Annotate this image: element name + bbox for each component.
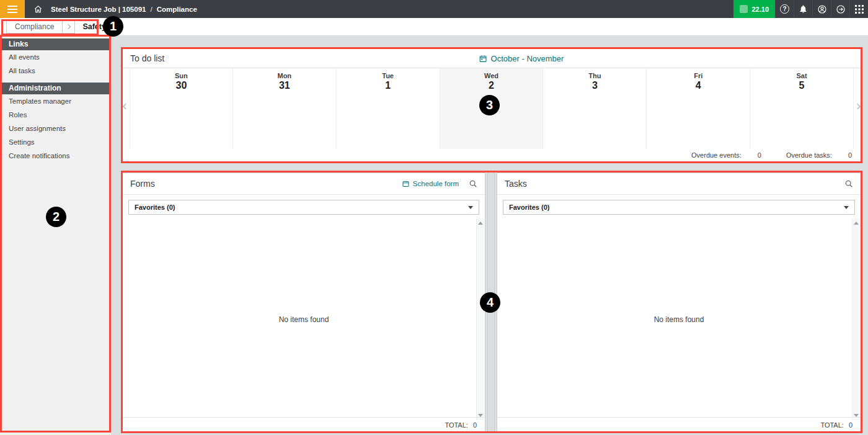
todo-calendar: Sun 30 Mon 31 Tue 1 Wed 2 Thu 3 Fri 4: [123, 68, 861, 149]
chevron-left-icon: [123, 104, 129, 110]
overdue-tasks-label: Overdue tasks:: [786, 151, 832, 159]
forms-favorites-dropdown[interactable]: Favorites (0): [128, 200, 479, 215]
account-button[interactable]: [812, 0, 831, 18]
calendar-day-cell-today[interactable]: Wed 2: [440, 68, 544, 149]
sidebar-item-create-notifications[interactable]: Create notifications: [0, 149, 111, 163]
forms-footer: TOTAL: 0: [123, 417, 485, 432]
tasks-search-button[interactable]: [844, 179, 853, 188]
tasks-list-area: No items found: [497, 218, 861, 420]
sidebar-item-user-assignments[interactable]: User assignments: [0, 122, 111, 135]
date-range-selector[interactable]: October - November: [479, 54, 564, 63]
calendar-day-cell[interactable]: Mon 31: [233, 68, 337, 149]
caret-down-icon: [468, 206, 473, 209]
topbar-actions: 22.10 ?: [733, 0, 868, 18]
tasks-scrollbar[interactable]: [852, 218, 860, 420]
overdue-events-label: Overdue events:: [691, 151, 742, 159]
scroll-up-icon[interactable]: [478, 222, 483, 225]
hamburger-icon: [7, 6, 17, 7]
calendar-icon: [479, 55, 487, 63]
top-app-bar: Steel Structure Job | 105091 / Complianc…: [0, 0, 868, 18]
sidebar-item-settings[interactable]: Settings: [0, 135, 111, 149]
sidebar-section-administration: Administration: [0, 83, 111, 94]
sidebar-item-all-events[interactable]: All events: [0, 50, 111, 64]
module-button[interactable]: Compliance: [6, 20, 63, 34]
overdue-summary: Overdue events: 0 Overdue tasks: 0: [123, 149, 861, 161]
forms-actions: Schedule form: [402, 179, 477, 188]
apps-grid-button[interactable]: [849, 0, 868, 18]
breadcrumb-separator: /: [150, 6, 152, 13]
chevron-right-icon: [855, 104, 861, 110]
tasks-panel: Tasks Favorites (0) No items found TOTAL…: [497, 173, 861, 433]
sidebar-item-all-tasks[interactable]: All tasks: [0, 64, 111, 78]
tasks-actions: [844, 179, 853, 188]
tasks-favorites-dropdown[interactable]: Favorites (0): [503, 200, 855, 215]
apps-grid-icon: [855, 5, 864, 14]
forms-title: Forms: [130, 179, 155, 189]
tasks-title: Tasks: [505, 179, 527, 189]
version-number: 22.10: [751, 6, 769, 13]
tasks-empty-message: No items found: [654, 315, 704, 324]
tasks-favorites-label: Favorites (0): [509, 204, 549, 211]
calendar-prev-button[interactable]: [123, 104, 128, 109]
notifications-button[interactable]: [794, 0, 812, 18]
forms-total-value: 0: [473, 421, 477, 429]
tasks-footer: TOTAL: 0: [497, 417, 861, 432]
caret-down-icon: [110, 25, 115, 29]
breadcrumb-project[interactable]: Steel Structure Job | 105091: [51, 6, 146, 13]
hamburger-menu-button[interactable]: [0, 0, 25, 18]
calendar-grid: Sun 30 Mon 31 Tue 1 Wed 2 Thu 3 Fri 4: [130, 68, 854, 149]
caret-down-icon: [844, 206, 849, 209]
tasks-header: Tasks: [497, 173, 861, 195]
todo-list-title: To do list: [130, 53, 164, 63]
sidebar-section-links: Links: [0, 38, 111, 50]
module-breadcrumb-bar: Compliance Safety: [0, 18, 868, 36]
schedule-form-button[interactable]: Schedule form: [402, 180, 459, 187]
calendar-day-cell[interactable]: Sat 5: [750, 68, 854, 149]
tasks-total-value: 0: [849, 421, 852, 429]
todo-list-panel: To do list October - November Sun 30 Mon…: [122, 48, 861, 162]
chevron-right-icon: [66, 24, 71, 29]
calendar-icon: [402, 180, 410, 187]
submodule-label: Safety: [82, 22, 106, 31]
module-breadcrumb-group: Compliance: [6, 20, 75, 34]
calendar-day-cell[interactable]: Tue 1: [337, 68, 440, 149]
forms-total-label: TOTAL:: [445, 421, 468, 429]
forms-search-button[interactable]: [469, 179, 477, 188]
forms-panel: Forms Schedule form Favorites (0) No ite…: [122, 173, 485, 433]
tasks-total-label: TOTAL:: [820, 421, 844, 429]
account-icon: [817, 4, 827, 14]
sidebar-item-templates-manager[interactable]: Templates manager: [0, 94, 111, 108]
bell-icon: [799, 4, 808, 14]
version-badge-mark-icon: [740, 5, 748, 13]
home-button[interactable]: [27, 0, 48, 18]
forms-list-area: No items found: [123, 218, 485, 420]
forms-header: Forms Schedule form: [123, 173, 485, 195]
breadcrumb: Steel Structure Job | 105091 / Complianc…: [51, 6, 197, 13]
forms-favorites-label: Favorites (0): [135, 204, 175, 211]
scroll-up-icon[interactable]: [854, 222, 859, 225]
sign-out-button[interactable]: [831, 0, 849, 18]
left-sidebar: Links All events All tasks Administratio…: [0, 36, 112, 435]
sidebar-item-roles[interactable]: Roles: [0, 108, 111, 122]
calendar-day-cell[interactable]: Thu 3: [543, 68, 647, 149]
home-icon: [33, 5, 43, 14]
sign-out-icon: [836, 4, 846, 14]
overdue-events-value: 0: [758, 151, 761, 159]
breadcrumb-page: Compliance: [157, 6, 197, 13]
panel-divider[interactable]: [487, 173, 495, 433]
todo-list-header: To do list October - November: [123, 49, 861, 68]
search-icon: [844, 179, 853, 188]
calendar-next-button[interactable]: [856, 104, 860, 109]
help-icon: ?: [780, 4, 789, 14]
module-chevron-box: [63, 20, 75, 34]
submodule-dropdown[interactable]: Safety: [82, 22, 115, 31]
calendar-day-cell[interactable]: Sun 30: [130, 68, 233, 149]
forms-scrollbar[interactable]: [476, 218, 484, 420]
forms-empty-message: No items found: [279, 315, 329, 324]
schedule-form-label: Schedule form: [413, 180, 459, 187]
calendar-day-cell[interactable]: Fri 4: [647, 68, 750, 149]
overdue-tasks-value: 0: [848, 151, 852, 159]
search-icon: [469, 179, 477, 188]
help-button[interactable]: ?: [775, 0, 794, 18]
version-badge[interactable]: 22.10: [733, 0, 775, 18]
